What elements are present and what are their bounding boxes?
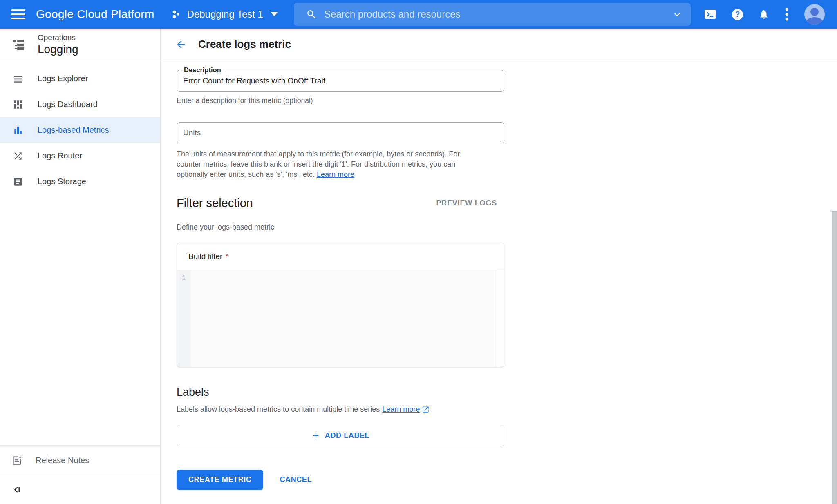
page-scrollbar-thumb[interactable] — [832, 211, 837, 504]
filter-selection-heading: Filter selection — [177, 196, 253, 210]
search-icon — [306, 9, 317, 20]
logs-explorer-icon — [12, 74, 24, 84]
required-asterisk: * — [225, 252, 228, 261]
project-selector[interactable]: Debugging Test 1 — [171, 9, 279, 20]
help-icon[interactable]: ? — [732, 9, 743, 20]
units-helper-text: The units of measurement that apply to t… — [177, 149, 481, 180]
page-title: Create logs metric — [198, 38, 291, 51]
filter-subtitle: Define your logs-based metric — [177, 223, 504, 232]
main-content: Create logs metric Description Enter a d… — [161, 29, 837, 504]
sidebar-item-logs-explorer[interactable]: Logs Explorer — [0, 66, 160, 91]
project-icon — [171, 9, 182, 20]
build-filter-header: Build filter * — [177, 243, 504, 270]
editor-text-area[interactable] — [191, 270, 496, 367]
logging-product-icon — [11, 38, 25, 51]
editor-scrollbar[interactable] — [496, 270, 504, 367]
add-label-button[interactable]: ADD LABEL — [177, 425, 504, 446]
external-link-icon — [422, 406, 430, 413]
sidebar-header: Operations Logging — [0, 29, 160, 60]
page-scrollbar[interactable] — [832, 29, 837, 504]
gcp-logo[interactable]: Google Cloud Platform — [36, 8, 154, 21]
cancel-button[interactable]: CANCEL — [280, 475, 312, 484]
sidebar: Operations Logging Logs Explorer Logs Da… — [0, 29, 161, 504]
search-input[interactable] — [324, 9, 672, 20]
sidebar-item-logs-router[interactable]: Logs Router — [0, 143, 160, 169]
create-metric-button[interactable]: CREATE METRIC — [177, 470, 263, 490]
description-field: Description — [177, 70, 504, 92]
units-learn-more-link[interactable]: Learn more — [317, 170, 354, 178]
metric-form: Description Enter a description for this… — [177, 60, 504, 502]
sidebar-item-logs-dashboard[interactable]: Logs Dashboard — [0, 91, 160, 117]
labels-learn-more-link[interactable]: Learn more — [382, 405, 430, 414]
project-caret-down-icon — [270, 11, 279, 17]
sidebar-title: Logging — [38, 43, 78, 56]
project-name: Debugging Test 1 — [187, 9, 263, 20]
logs-storage-icon — [12, 176, 24, 187]
app-bar: Google Cloud Platform Debugging Test 1 — [0, 0, 837, 29]
notifications-bell-icon[interactable] — [759, 9, 769, 20]
description-input[interactable] — [177, 70, 504, 91]
logs-router-icon — [12, 151, 24, 161]
page-header: Create logs metric — [161, 29, 837, 60]
cloud-shell-icon[interactable] — [704, 9, 716, 19]
global-search-bar[interactable] — [294, 3, 691, 26]
filter-code-editor: 1 — [177, 270, 504, 367]
sidebar-collapse-button[interactable] — [0, 475, 160, 504]
user-avatar[interactable] — [804, 4, 825, 25]
hamburger-menu-icon[interactable] — [11, 7, 26, 22]
description-field-label: Description — [182, 66, 223, 74]
plus-icon — [311, 431, 320, 440]
filter-selection-header-row: Filter selection PREVIEW LOGS — [177, 196, 504, 210]
back-arrow-icon[interactable] — [175, 39, 187, 50]
sidebar-item-release-notes[interactable]: Release Notes — [0, 445, 160, 475]
sidebar-item-logs-based-metrics[interactable]: Logs-based Metrics — [0, 117, 160, 143]
units-input[interactable] — [177, 123, 504, 143]
description-helper-text: Enter a description for this metric (opt… — [177, 96, 504, 105]
sidebar-section-label: Operations — [38, 33, 78, 42]
preview-logs-button[interactable]: PREVIEW LOGS — [436, 199, 497, 207]
more-options-icon[interactable] — [785, 7, 789, 21]
labels-description: Labels allow logs-based metrics to conta… — [177, 405, 504, 414]
units-field — [177, 122, 504, 143]
collapse-panel-icon — [12, 485, 22, 495]
search-chevron-down-icon[interactable] — [672, 9, 683, 20]
logs-dashboard-icon — [12, 99, 24, 110]
build-filter-card: Build filter * 1 — [177, 243, 504, 367]
sidebar-item-logs-storage[interactable]: Logs Storage — [0, 169, 160, 194]
build-filter-label: Build filter — [188, 252, 222, 261]
sidebar-nav: Logs Explorer Logs Dashboard Logs-based … — [0, 66, 160, 194]
form-actions: CREATE METRIC CANCEL — [177, 470, 504, 502]
app-bar-actions: ? — [704, 0, 825, 29]
labels-heading: Labels — [177, 386, 504, 399]
logs-based-metrics-icon — [12, 125, 24, 136]
editor-line-number-gutter: 1 — [177, 270, 191, 367]
release-notes-icon — [11, 455, 22, 466]
